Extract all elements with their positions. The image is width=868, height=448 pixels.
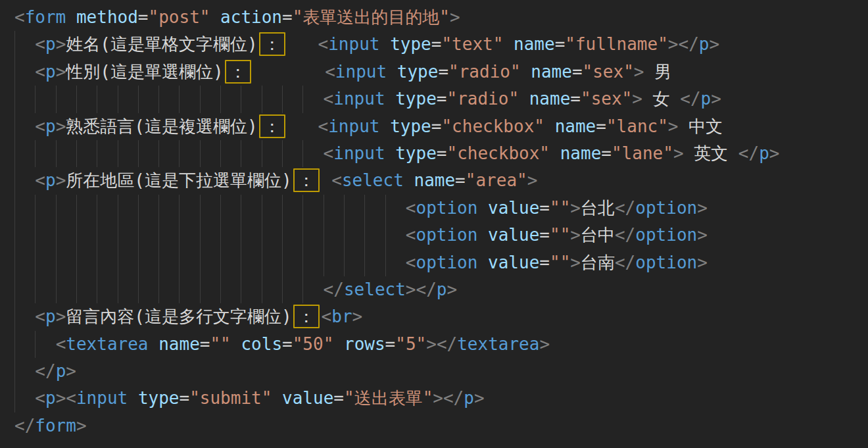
text-token: 台南 <box>581 253 615 272</box>
indent-guide <box>220 140 221 167</box>
tag-name-token: input <box>76 388 128 408</box>
code-editor[interactable]: <form method="post" action="表單送出的目的地"> <… <box>0 0 868 448</box>
tag-punctuation-token: < <box>14 7 25 27</box>
indent-guide <box>76 276 77 303</box>
tag-punctuation-token: > <box>433 388 443 408</box>
equals-token: = <box>431 34 442 54</box>
equals-token: = <box>437 143 447 163</box>
indent-guide <box>282 86 283 112</box>
indent-guide <box>282 222 283 249</box>
indent-guide <box>385 195 386 222</box>
equals-token: = <box>539 198 550 218</box>
indent-guide <box>14 167 15 194</box>
indent-guide <box>158 195 159 222</box>
tag-name-token: option <box>635 253 697 272</box>
attribute-name-token: value <box>488 198 539 218</box>
attribute-value-token: "text" <box>441 34 503 54</box>
code-line: <p>性別(這是單選欄位)： <input type="radio" name=… <box>14 59 868 86</box>
tag-name-token: p <box>45 34 56 54</box>
attribute-name-token: type <box>395 89 437 109</box>
text-token <box>521 62 531 82</box>
text-token: 姓名(這是單格文字欄位) <box>66 34 257 54</box>
indent-guide <box>158 86 159 112</box>
equals-token: = <box>138 7 149 27</box>
indent-guide <box>200 140 201 167</box>
indent-guide <box>344 249 345 276</box>
indent-guide <box>14 59 15 86</box>
tag-punctuation-token: </ <box>14 416 35 436</box>
attribute-value-token: "submit" <box>189 388 272 408</box>
tag-punctuation-token: > <box>56 307 66 326</box>
indent-guide <box>35 331 36 358</box>
indent-guide <box>262 249 262 276</box>
tag-punctuation-token: </ <box>324 280 344 299</box>
indent-guide <box>385 249 386 276</box>
tag-punctuation-token: < <box>406 253 416 272</box>
indent-guide <box>76 86 77 112</box>
indent-guide <box>220 249 221 276</box>
indent-guide <box>97 140 97 167</box>
text-token: 男 <box>644 62 672 82</box>
indentation <box>14 253 406 272</box>
text-token <box>253 62 326 82</box>
indent-guide <box>302 276 303 303</box>
indent-guide <box>14 385 15 412</box>
indent-guide <box>14 331 15 358</box>
tag-punctuation-token: > <box>668 34 679 54</box>
code-line: <p>姓名(這是單格文字欄位)： <input type="text" name… <box>14 31 868 58</box>
tag-name-token: p <box>45 170 56 190</box>
attribute-value-token: "送出表單" <box>344 388 433 408</box>
code-line: <input type="checkbox" name="lane"> 英文 <… <box>14 140 868 167</box>
attribute-value-token: "sex" <box>583 62 634 82</box>
tag-punctuation-token: > <box>570 225 581 245</box>
attribute-value-token: "radio" <box>448 62 521 82</box>
indent-guide <box>14 113 15 140</box>
indent-guide <box>97 249 97 276</box>
text-token <box>404 170 414 190</box>
indentation <box>14 34 35 54</box>
equals-token: = <box>438 62 448 82</box>
indent-guide <box>344 222 345 249</box>
tag-punctuation-token: > <box>527 170 538 190</box>
indent-guide <box>324 195 324 222</box>
indent-guide <box>158 249 159 276</box>
attribute-name-token: name <box>414 170 455 190</box>
text-token <box>287 34 318 54</box>
text-token <box>380 34 391 54</box>
tag-name-token: input <box>333 143 385 163</box>
tag-punctuation-token: > <box>446 280 457 299</box>
indent-guide <box>76 222 77 249</box>
attribute-name-token: name <box>529 89 571 109</box>
text-token: 女 <box>642 89 680 109</box>
tag-name-token: form <box>25 7 66 27</box>
unicode-highlight-colon: ： <box>225 60 251 84</box>
indent-guide <box>200 195 201 222</box>
indent-guide <box>14 195 15 222</box>
indent-guide <box>200 222 201 249</box>
indent-guide <box>76 249 77 276</box>
equals-token: = <box>555 34 566 54</box>
attribute-name-token: rows <box>344 334 385 354</box>
indent-guide <box>302 195 303 222</box>
tag-punctuation-token: > <box>709 34 719 54</box>
indent-guide <box>138 86 139 112</box>
indent-guide <box>35 195 36 222</box>
text-token <box>272 388 282 408</box>
indent-guide <box>118 222 118 249</box>
indent-guide <box>76 195 77 222</box>
indent-guide <box>241 86 241 112</box>
text-token: 留言內容(這是多行文字欄位) <box>66 307 291 326</box>
attribute-value-token: "" <box>210 334 230 354</box>
text-token: 台中 <box>581 225 615 245</box>
indent-guide <box>138 222 139 249</box>
indent-guide <box>14 222 15 249</box>
tag-name-token: p <box>56 361 66 381</box>
indent-guide <box>76 140 77 167</box>
indent-guide <box>344 195 345 222</box>
attribute-value-token: "" <box>550 225 570 245</box>
indent-guide <box>97 222 97 249</box>
attribute-name-token: type <box>390 34 431 54</box>
attribute-name-token: value <box>282 388 333 408</box>
tag-punctuation-token: </ <box>443 388 464 408</box>
indent-guide <box>302 86 303 112</box>
